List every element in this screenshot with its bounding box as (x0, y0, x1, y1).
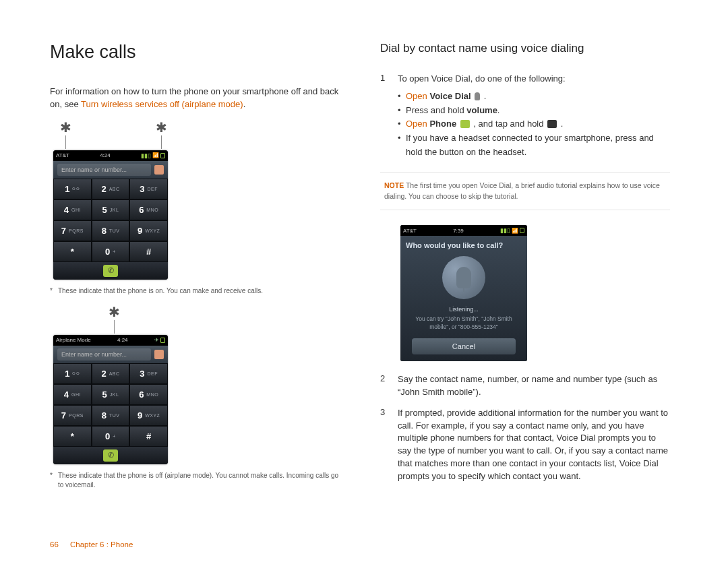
page-title: Make calls (50, 42, 340, 63)
key-number: * (71, 247, 74, 257)
contacts-icon[interactable] (154, 165, 164, 175)
microphone-circle (442, 256, 485, 299)
key-number: 3 (140, 184, 144, 194)
clock-label: 7:39 (453, 228, 464, 234)
key-letters: + (113, 249, 116, 254)
callout-markers-2: ✱ (55, 305, 340, 335)
note-box: NOTE The first time you open Voice Dial,… (380, 172, 670, 211)
voice-hint: You can try "John Smith", "John Smith mo… (406, 315, 522, 332)
cancel-button[interactable]: Cancel (412, 338, 516, 354)
signal-icon: ▮▮▯ (141, 152, 151, 159)
keypad-key-6[interactable]: 6MNO (129, 199, 168, 220)
key-letters: JKL (110, 208, 119, 212)
keypad-key-1[interactable]: 1ᴑᴑ (53, 363, 92, 384)
status-icons: ▮▮▯ 📶 (500, 227, 524, 234)
key-letters: PQRS (69, 228, 84, 233)
section-heading: Dial by contact name using voice dialing (380, 42, 670, 55)
keypad-key-9[interactable]: 9WXYZ (129, 220, 168, 241)
bullet-press-volume: Press and hold volume. (398, 104, 670, 118)
page-content: Make calls For information on how to tur… (0, 0, 728, 505)
status-icons: ✈ (154, 337, 165, 343)
key-letters: DEF (148, 187, 158, 191)
steps-list-cont: 2Say the contact name, number, or name a… (380, 373, 670, 483)
dial-icon (547, 120, 557, 128)
keypad-key-7[interactable]: 7PQRS (53, 405, 92, 426)
left-column: Make calls For information on how to tur… (50, 42, 340, 491)
carrier-label: Airplane Mode (56, 337, 91, 343)
key-letters: WXYZ (145, 228, 160, 233)
caption-airplane-mode: *These indicate that the phone is off (a… (50, 471, 340, 490)
step-1: 1 To open Voice Dial, do one of the foll… (380, 73, 670, 160)
callout-markers-1: ✱ ✱ (55, 121, 340, 150)
keypad-key-0[interactable]: 0+ (92, 426, 130, 447)
key-number: 0 (105, 431, 110, 441)
keypad-key-#[interactable]: # (129, 426, 168, 447)
keypad-key-1[interactable]: 1ᴑᴑ (53, 179, 92, 199)
carrier-label: AT&T (403, 228, 417, 234)
keypad-key-2[interactable]: 2ABC (92, 363, 130, 384)
airplane-mode-link[interactable]: Turn wireless services off (airplane mod… (81, 99, 243, 109)
dialer-search-row: Enter name or number... (53, 346, 168, 363)
dialer-screenshot-phone-on: AT&T 4:24 ▮▮▯ 📶 Enter name or number... … (53, 150, 168, 280)
status-bar: AT&T 7:39 ▮▮▯ 📶 (400, 225, 527, 236)
phone-app-icon (460, 120, 470, 128)
step-1-bullets: Open Voice Dial . Press and hold volume.… (398, 90, 670, 160)
key-number: # (146, 247, 151, 257)
key-letters: + (113, 434, 116, 439)
keypad-key-6[interactable]: 6MNO (129, 384, 168, 405)
keypad-key-4[interactable]: 4GHI (53, 384, 92, 405)
key-number: 4 (64, 205, 69, 215)
keypad-key-5[interactable]: 5JKL (92, 384, 130, 405)
key-letters: DEF (148, 371, 158, 376)
carrier-label: AT&T (56, 152, 69, 158)
keypad-key-3[interactable]: 3DEF (129, 179, 168, 199)
keypad-key-8[interactable]: 8TUV (92, 405, 130, 426)
step-number: 3 (380, 407, 398, 483)
step-1-intro: To open Voice Dial, do one of the follow… (398, 73, 566, 84)
key-number: 6 (139, 389, 144, 400)
keypad-key-#[interactable]: # (129, 241, 168, 262)
intro-paragraph: For information on how to turn the phone… (50, 86, 340, 111)
keypad-key-2[interactable]: 2ABC (92, 179, 130, 199)
keypad-key-*[interactable]: * (53, 241, 92, 262)
step-number: 1 (380, 73, 398, 160)
call-button[interactable]: ✆ (103, 265, 118, 277)
caption-phone-on: *These indicate that the phone is on. Yo… (50, 286, 340, 296)
keypad: 1ᴑᴑ2ABC3DEF4GHI5JKL6MNO7PQRS8TUV9WXYZ*0+… (53, 179, 168, 262)
keypad-key-*[interactable]: * (53, 426, 92, 447)
key-number: 7 (61, 226, 66, 236)
keypad-key-8[interactable]: 8TUV (92, 220, 130, 241)
keypad-key-9[interactable]: 9WXYZ (129, 405, 168, 426)
key-number: 3 (140, 369, 144, 379)
key-number: # (146, 431, 151, 441)
call-button[interactable]: ✆ (103, 449, 118, 462)
right-column: Dial by contact name using voice dialing… (380, 42, 670, 491)
key-number: 5 (102, 205, 107, 215)
star-marker-icon: ✱ (60, 121, 71, 134)
keypad-key-7[interactable]: 7PQRS (53, 220, 92, 241)
keypad-key-5[interactable]: 5JKL (92, 199, 130, 220)
key-letters: ᴑᴑ (72, 371, 80, 376)
key-number: 6 (139, 205, 144, 215)
keypad-key-0[interactable]: 0+ (92, 241, 130, 262)
caption-text: These indicate that the phone is off (ai… (58, 471, 340, 490)
keypad-key-3[interactable]: 3DEF (129, 363, 168, 384)
status-icons: ▮▮▯ 📶 (141, 152, 165, 159)
key-number: 9 (138, 226, 142, 236)
airplane-icon: ✈ (154, 337, 159, 343)
caption-text: These indicate that the phone is on. You… (58, 286, 263, 296)
contacts-icon[interactable] (154, 350, 164, 359)
battery-icon (160, 338, 165, 343)
key-number: 2 (101, 184, 106, 194)
dialer-search-input[interactable]: Enter name or number... (57, 348, 151, 361)
key-number: 1 (65, 369, 69, 379)
bars-icon: 📶 (152, 152, 159, 158)
keypad-key-4[interactable]: 4GHI (53, 199, 92, 220)
signal-icon: ▮▮▯ (500, 227, 510, 234)
page-number: 66 (50, 540, 59, 549)
dialer-search-input[interactable]: Enter name or number... (57, 164, 151, 176)
key-number: 0 (105, 247, 110, 257)
key-letters: PQRS (69, 413, 84, 418)
status-bar: Airplane Mode 4:24 ✈ (53, 335, 168, 346)
chapter-ref: Chapter 6 : Phone (70, 540, 133, 549)
